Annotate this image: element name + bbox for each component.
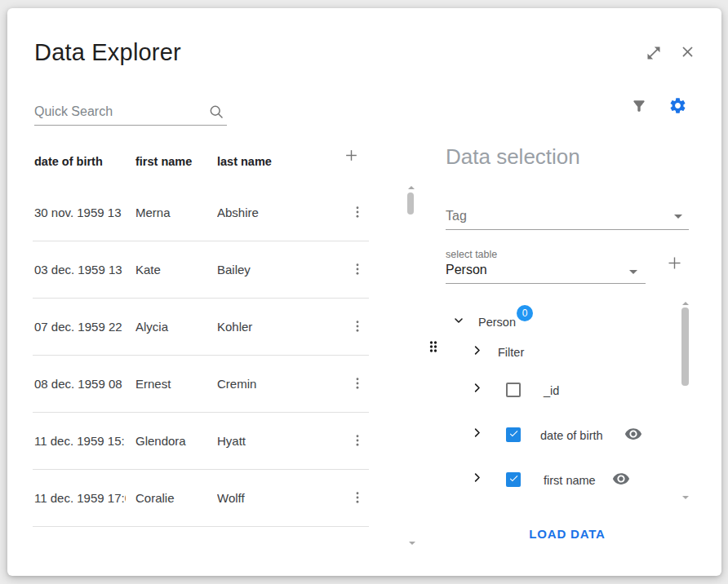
tree-expand-id[interactable] xyxy=(469,382,484,396)
cell-date-of-birth: 03 dec. 1959 13 xyxy=(34,263,126,277)
checkbox-id[interactable] xyxy=(506,383,521,397)
search-icon xyxy=(208,104,225,124)
check-icon xyxy=(508,472,519,487)
chevron-down-icon xyxy=(629,270,637,274)
kebab-icon xyxy=(350,205,365,222)
kebab-icon xyxy=(350,490,365,507)
row-menu-button[interactable] xyxy=(348,429,367,453)
drag-indicator-icon xyxy=(425,343,442,357)
table-select[interactable]: Person xyxy=(446,263,646,282)
table-body: 30 nov. 1959 13 Merna Abshire 03 dec. 19… xyxy=(7,184,383,527)
close-button[interactable] xyxy=(678,44,696,62)
panel-title: Data selection xyxy=(446,144,580,170)
column-header-date-of-birth[interactable]: date of birth xyxy=(34,155,126,168)
settings-button[interactable] xyxy=(668,97,687,117)
cell-date-of-birth: 08 dec. 1959 08 xyxy=(34,377,126,391)
cell-last-name: Cremin xyxy=(217,377,315,391)
filter-button[interactable] xyxy=(630,98,648,116)
cell-last-name: Kohler xyxy=(217,320,315,334)
cell-last-name: Wolff xyxy=(217,491,315,505)
tree-scroll-up-icon[interactable] xyxy=(682,302,689,305)
plus-icon xyxy=(666,254,683,274)
close-icon xyxy=(679,43,696,63)
cell-date-of-birth: 11 dec. 1959 17:0 xyxy=(34,491,126,505)
panel-scroll-down-icon[interactable] xyxy=(409,542,415,545)
count-badge: 0 xyxy=(517,305,533,321)
cell-first-name: Ernest xyxy=(135,377,214,391)
column-header-last-name[interactable]: last name xyxy=(217,155,315,168)
table-row[interactable]: 11 dec. 1959 15: Glendora Hyatt xyxy=(7,413,383,470)
tree-expand-first-name[interactable] xyxy=(469,471,484,486)
tree-node-id[interactable]: _id xyxy=(544,384,559,397)
tree-node-person: Person xyxy=(478,316,516,329)
expand-button[interactable] xyxy=(645,45,663,63)
row-menu-button[interactable] xyxy=(348,315,367,339)
field-underline xyxy=(446,229,689,230)
tree-scroll-down-icon[interactable] xyxy=(682,496,689,499)
table-row[interactable]: 07 dec. 1959 22 Alycia Kohler xyxy=(7,299,383,356)
plus-icon xyxy=(344,148,359,166)
load-data-button[interactable]: LOAD DATA xyxy=(446,527,689,541)
panel-scroll-up-icon[interactable] xyxy=(408,186,415,189)
gear-icon xyxy=(668,96,687,117)
tree-node-first-name[interactable]: first name xyxy=(544,474,596,487)
search-input[interactable] xyxy=(34,100,198,119)
cell-date-of-birth: 30 nov. 1959 13 xyxy=(34,206,126,219)
cell-first-name: Alycia xyxy=(135,320,214,334)
chevron-down-icon xyxy=(452,314,465,330)
tree-node-date-of-birth[interactable]: date of birth xyxy=(540,429,603,442)
row-menu-button[interactable] xyxy=(348,201,367,225)
cell-first-name: Merna xyxy=(135,206,214,219)
chevron-right-icon xyxy=(471,471,483,486)
eye-icon xyxy=(612,470,630,490)
cell-last-name: Hyatt xyxy=(217,434,315,448)
filter-icon xyxy=(631,98,647,117)
expand-icon xyxy=(646,45,662,64)
data-explorer-dialog: Data Explorer date of birth first name l… xyxy=(7,8,721,576)
tree-expand-date-of-birth[interactable] xyxy=(469,427,484,441)
kebab-icon xyxy=(350,376,365,393)
row-menu-button[interactable] xyxy=(348,258,367,282)
chevron-right-icon xyxy=(471,344,483,359)
chevron-down-icon xyxy=(674,215,682,219)
checkbox-date-of-birth[interactable] xyxy=(506,427,521,442)
visibility-toggle-first-name[interactable] xyxy=(611,471,630,489)
visibility-toggle-date-of-birth[interactable] xyxy=(624,426,642,445)
row-menu-button[interactable] xyxy=(348,486,367,511)
cell-first-name: Kate xyxy=(135,263,214,277)
page-title: Data Explorer xyxy=(34,39,181,66)
tree-collapse-person[interactable] xyxy=(451,313,467,330)
table-select-value: Person xyxy=(446,263,487,277)
check-icon xyxy=(508,427,519,442)
drag-handle[interactable] xyxy=(425,338,442,355)
tree-node-filter[interactable]: Filter xyxy=(498,346,524,359)
table-row[interactable]: 11 dec. 1959 17:0 Coralie Wolff xyxy=(7,470,383,527)
chevron-right-icon xyxy=(471,382,483,396)
column-header-first-name[interactable]: first name xyxy=(135,155,214,168)
tree-expand-filter[interactable] xyxy=(469,344,484,359)
tree-scrollbar-thumb[interactable] xyxy=(681,307,689,386)
panel-scrollbar-thumb[interactable] xyxy=(407,192,414,215)
select-table-label: select table xyxy=(446,249,497,260)
add-column-button[interactable] xyxy=(342,148,360,166)
table-row[interactable]: 30 nov. 1959 13 Merna Abshire xyxy=(7,184,383,241)
tag-select[interactable]: Tag xyxy=(446,209,689,230)
chevron-right-icon xyxy=(471,427,483,441)
checkbox-first-name[interactable] xyxy=(506,472,521,487)
eye-icon xyxy=(624,425,642,445)
cell-date-of-birth: 11 dec. 1959 15: xyxy=(34,434,126,448)
table-row[interactable]: 03 dec. 1959 13 Kate Bailey xyxy=(7,241,383,299)
cell-last-name: Abshire xyxy=(217,206,315,219)
cell-last-name: Bailey xyxy=(217,263,315,277)
cell-first-name: Coralie xyxy=(135,491,214,505)
field-underline xyxy=(446,283,646,284)
add-table-button[interactable] xyxy=(664,254,684,274)
kebab-icon xyxy=(350,433,365,450)
row-menu-button[interactable] xyxy=(348,372,367,396)
quick-search-field xyxy=(34,100,227,126)
table-row[interactable]: 08 dec. 1959 08 Ernest Cremin xyxy=(7,356,383,413)
kebab-icon xyxy=(350,319,365,336)
cell-date-of-birth: 07 dec. 1959 22 xyxy=(34,320,126,334)
row-divider xyxy=(33,526,369,527)
tag-select-label: Tag xyxy=(446,209,467,223)
